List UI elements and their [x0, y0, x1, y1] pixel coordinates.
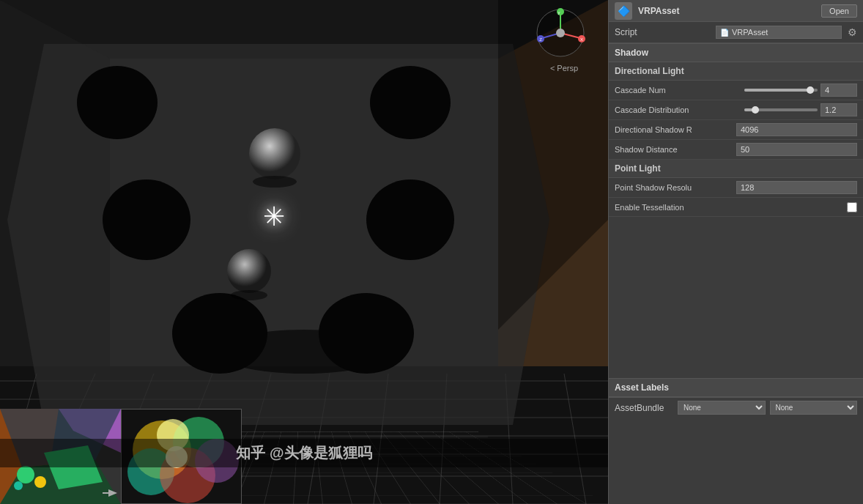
cascade-num-label: Cascade Num — [615, 86, 744, 94]
dir-shadow-input[interactable] — [736, 123, 857, 136]
script-value: VRPAsset — [732, 28, 768, 37]
script-field[interactable]: 📄 VRPAsset — [716, 26, 842, 39]
cascade-num-thumb[interactable] — [807, 86, 814, 94]
cascade-num-slider[interactable] — [744, 84, 857, 97]
inspector-body: Script 📄 VRPAsset ⚙ Shadow Directional L… — [609, 22, 863, 504]
viewport[interactable]: ✳ y X Z < Persp — [0, 0, 608, 504]
shadow-dist-label: Shadow Distance — [615, 145, 736, 154]
point-shadow-input[interactable] — [736, 181, 857, 194]
asset-bundle-dropdown-1[interactable]: None — [678, 401, 766, 415]
svg-text:y: y — [558, 10, 560, 15]
dir-shadow-row: Directional Shadow R — [609, 120, 863, 140]
cascade-num-fill — [744, 89, 810, 92]
asset-labels-header: Asset Labels — [609, 378, 863, 397]
svg-point-27 — [370, 66, 451, 139]
gizmo: y X Z < Persp — [535, 7, 593, 81]
open-button[interactable]: Open — [821, 4, 857, 18]
watermark: 知乎 @头像是狐狸吗 — [0, 439, 608, 467]
script-file-icon: 📄 — [720, 29, 729, 37]
svg-text:X: X — [580, 37, 583, 42]
cascade-dist-input[interactable] — [821, 103, 857, 116]
cascade-dist-row: Cascade Distribution — [609, 100, 863, 120]
cascade-dist-value-container — [744, 103, 857, 116]
asset-bundle-dropdown-2[interactable]: None — [770, 401, 858, 415]
tessellation-label: Enable Tessellation — [615, 203, 847, 212]
shadow-dist-input[interactable] — [736, 143, 857, 156]
directional-light-header: Directional Light — [609, 62, 863, 81]
svg-point-47 — [556, 29, 565, 37]
shadow-dist-value-container — [736, 143, 857, 156]
asset-icon: 🔷 — [615, 2, 632, 20]
dir-shadow-label: Directional Shadow R — [615, 125, 736, 134]
svg-point-32 — [249, 128, 300, 179]
script-label: Script — [615, 27, 710, 37]
svg-point-56 — [14, 481, 23, 490]
header-left: 🔷 VRPAsset — [615, 2, 679, 20]
point-shadow-label: Point Shadow Resolu — [615, 183, 736, 192]
header-title: VRPAsset — [638, 6, 679, 16]
svg-point-33 — [227, 249, 271, 293]
perspective-label: < Persp — [535, 64, 593, 73]
dir-shadow-value-container — [736, 123, 857, 136]
svg-point-31 — [319, 293, 414, 374]
svg-point-35 — [231, 290, 267, 300]
script-settings-button[interactable]: ⚙ — [848, 26, 857, 38]
cascade-num-track[interactable] — [744, 89, 818, 92]
cascade-num-value-container — [744, 84, 857, 97]
tessellation-row: Enable Tessellation — [609, 198, 863, 217]
spacer — [609, 217, 863, 363]
tessellation-checkbox[interactable] — [847, 202, 857, 212]
cascade-dist-label: Cascade Distribution — [615, 105, 744, 114]
light-icon: ✳ — [263, 201, 285, 232]
svg-point-26 — [77, 66, 158, 139]
svg-text:Z: Z — [539, 37, 542, 42]
svg-point-30 — [172, 293, 267, 374]
shadow-section-header: Shadow — [609, 43, 863, 62]
script-row: Script 📄 VRPAsset ⚙ — [609, 22, 863, 43]
shadow-dist-row: Shadow Distance — [609, 140, 863, 160]
svg-point-29 — [366, 179, 454, 260]
point-light-header: Point Light — [609, 160, 863, 178]
gizmo-svg: y X Z — [535, 7, 586, 59]
inspector-header: 🔷 VRPAsset Open — [609, 0, 863, 22]
inspector-panel: 🔷 VRPAsset Open Script 📄 VRPAsset ⚙ Shad… — [608, 0, 863, 504]
cascade-dist-thumb[interactable] — [752, 106, 759, 114]
cascade-dist-track[interactable] — [744, 108, 818, 111]
tessellation-value-container — [847, 202, 857, 212]
cascade-num-input[interactable] — [821, 84, 857, 97]
svg-point-54 — [17, 466, 34, 483]
svg-point-34 — [253, 176, 297, 188]
svg-point-28 — [103, 179, 190, 260]
asset-bundle-label: AssetBundle — [615, 403, 673, 413]
cascade-num-row: Cascade Num — [609, 81, 863, 100]
cascade-dist-slider[interactable] — [744, 103, 857, 116]
point-shadow-value-container — [736, 181, 857, 194]
point-shadow-row: Point Shadow Resolu — [609, 178, 863, 198]
asset-bundle-row: AssetBundle None None — [609, 397, 863, 418]
svg-point-55 — [34, 476, 46, 488]
